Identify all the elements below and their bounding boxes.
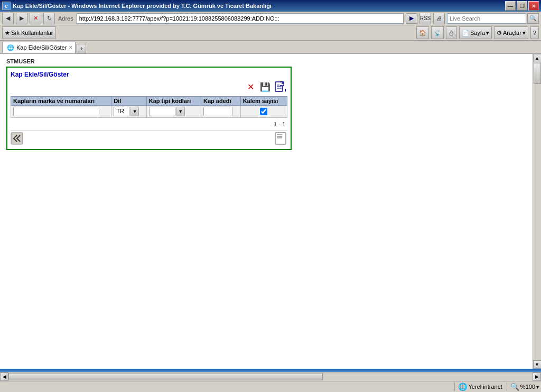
vertical-scrollbar[interactable]: ▲ ▼: [533, 54, 541, 369]
star-icon: ★: [5, 30, 10, 36]
search-input[interactable]: [447, 13, 526, 24]
kalem-sayisi-checkbox[interactable]: [260, 108, 267, 115]
toolbar2: ★ Sık Kullanılanlar 🏠 📡 🖨 📄 Sayfa ▾ ⚙ Ar…: [0, 25, 541, 41]
page-icon: 📄: [462, 30, 469, 36]
data-table: Kapların marka ve numaraları Dil Kap tip…: [11, 96, 287, 118]
col-kalem-sayisi: Kalem sayısı: [240, 97, 287, 106]
page-content: STMUSER Kap Ekle/Sil/Göster ✕ 💾 ▶: [0, 54, 541, 369]
intranet-icon: 🌐: [458, 382, 467, 391]
form-bottom: [11, 130, 287, 146]
address-field[interactable]: http://192.168.3.192:7777/apex/f?p=10021…: [77, 13, 404, 24]
tabs-bar: 🌐 Kap Ekle/Sil/Göster ✕ +: [0, 41, 541, 54]
save-button[interactable]: 💾: [259, 80, 272, 93]
favorites-button[interactable]: ★ Sık Kullanılanlar: [2, 26, 56, 39]
horizontal-scrollbar[interactable]: ◀ ▶: [0, 372, 541, 380]
tools-dropdown-icon: ▾: [523, 30, 526, 36]
zoom-icon: 🔍: [510, 382, 519, 391]
minimize-button[interactable]: —: [505, 1, 516, 11]
page-label: Sayfa: [470, 30, 485, 36]
search-bar: 🔍: [447, 13, 539, 24]
nav-right-svg: [275, 132, 287, 145]
close-button[interactable]: ✕: [528, 1, 539, 11]
kap-tipi-dropdown-button[interactable]: ▼: [176, 107, 185, 116]
col-dil: Dil: [111, 97, 147, 106]
export-icon: ▶: [274, 81, 286, 92]
address-label: Adres: [57, 15, 74, 22]
input-marka[interactable]: [13, 107, 99, 116]
pagination: 1 - 1: [11, 120, 287, 128]
cell-dil: TR ▼: [111, 106, 147, 118]
back-button[interactable]: ◀: [2, 13, 14, 24]
rss-feed-button[interactable]: 📡: [431, 26, 444, 39]
stop-button[interactable]: ✕: [30, 13, 41, 24]
scroll-down-button[interactable]: ▼: [533, 360, 542, 369]
title-bar-left: e Kap Ekle/Sil/Göster - Windows Internet…: [2, 2, 272, 10]
col-marka: Kapların marka ve numaraları: [11, 97, 111, 106]
cell-kalem-sayisi: [240, 106, 287, 118]
nav-left-svg: [11, 132, 23, 145]
nav-left-icon[interactable]: [11, 132, 23, 145]
ie-small-icon: e: [2, 2, 11, 10]
hscroll-track[interactable]: [8, 372, 533, 381]
address-bar: ◀ ▶ ✕ ↻ Adres http://192.168.3.192:7777/…: [0, 12, 541, 25]
status-right: 🌐 Yerel intranet 🔍 %100 ▾: [454, 382, 539, 391]
cell-kap-adedi: [201, 106, 241, 118]
tab-label: Kap Ekle/Sil/Göster: [16, 44, 67, 51]
tools-label: Araçlar: [503, 30, 521, 36]
table-row: TR ▼ ▼: [11, 106, 287, 118]
input-kap-adedi[interactable]: [203, 107, 232, 116]
title-bar: e Kap Ekle/Sil/Göster - Windows Internet…: [0, 0, 541, 12]
url-text: http://192.168.3.192:7777/apex/f?p=10021…: [79, 15, 279, 22]
dil-dropdown-button[interactable]: ▼: [130, 107, 139, 116]
cell-marka: [11, 106, 111, 118]
col-kap-adedi: Kap adedi: [201, 97, 241, 106]
new-tab-button[interactable]: +: [77, 44, 86, 53]
col-kap-tipi: Kap tipi kodları: [146, 97, 201, 106]
hscroll-thumb[interactable]: [8, 373, 323, 380]
go-button[interactable]: ▶: [406, 13, 417, 24]
search-button[interactable]: 🔍: [527, 13, 539, 24]
export-button[interactable]: ▶: [274, 80, 286, 93]
input-kap-tipi[interactable]: [149, 107, 175, 116]
zone-label: Yerel intranet: [468, 384, 502, 390]
security-zone: 🌐 Yerel intranet: [454, 382, 502, 391]
tab-kap-ekle[interactable]: 🌐 Kap Ekle/Sil/Göster ✕: [2, 42, 76, 53]
username-label: STMUSER: [6, 58, 535, 64]
rss-button[interactable]: RSS: [419, 13, 431, 24]
zoom-control[interactable]: 🔍 %100 ▾: [507, 382, 539, 391]
print-toolbar-button[interactable]: 🖨: [446, 26, 457, 39]
print-button[interactable]: 🖨: [433, 13, 445, 24]
svg-text:▶: ▶: [285, 88, 286, 92]
form-panel: Kap Ekle/Sil/Göster ✕ 💾 ▶: [6, 67, 292, 150]
kalem-sayisi-cell: [243, 108, 285, 115]
tab-close-button[interactable]: ✕: [69, 45, 73, 50]
forward-button[interactable]: ▶: [16, 13, 27, 24]
favorites-label: Sık Kullanılanlar: [11, 30, 53, 36]
scroll-thumb[interactable]: [534, 63, 541, 84]
svg-rect-6: [275, 133, 286, 144]
pagination-text: 1 - 1: [274, 121, 285, 127]
hscroll-left-button[interactable]: ◀: [0, 372, 8, 381]
page-button[interactable]: 📄 Sayfa ▾: [459, 26, 492, 39]
status-bar: 🌐 Yerel intranet 🔍 %100 ▾: [0, 380, 541, 392]
window-title: Kap Ekle/Sil/Göster - Windows Internet E…: [13, 3, 272, 9]
dil-value: TR: [114, 107, 129, 116]
restore-button[interactable]: ❐: [517, 1, 527, 11]
window-controls[interactable]: — ❐ ✕: [505, 1, 539, 11]
home-button[interactable]: 🏠: [416, 26, 429, 39]
scroll-up-button[interactable]: ▲: [533, 54, 542, 62]
tab-icon: 🌐: [7, 44, 14, 51]
delete-button[interactable]: ✕: [244, 80, 257, 93]
page-dropdown-icon: ▾: [486, 30, 489, 36]
nav-right-icon[interactable]: [275, 132, 287, 145]
tools-icon: ⚙: [497, 30, 502, 36]
hscroll-right-button[interactable]: ▶: [533, 372, 541, 381]
refresh-button[interactable]: ↻: [43, 13, 55, 24]
kap-tipi-select: ▼: [149, 107, 199, 116]
scroll-track[interactable]: [533, 62, 542, 360]
zoom-dropdown-button[interactable]: ▾: [536, 384, 539, 390]
cell-kap-tipi: ▼: [146, 106, 201, 118]
tools-button[interactable]: ⚙ Araçlar ▾: [494, 26, 528, 39]
help-button[interactable]: ?: [530, 26, 539, 39]
zoom-label: %100: [520, 384, 535, 390]
